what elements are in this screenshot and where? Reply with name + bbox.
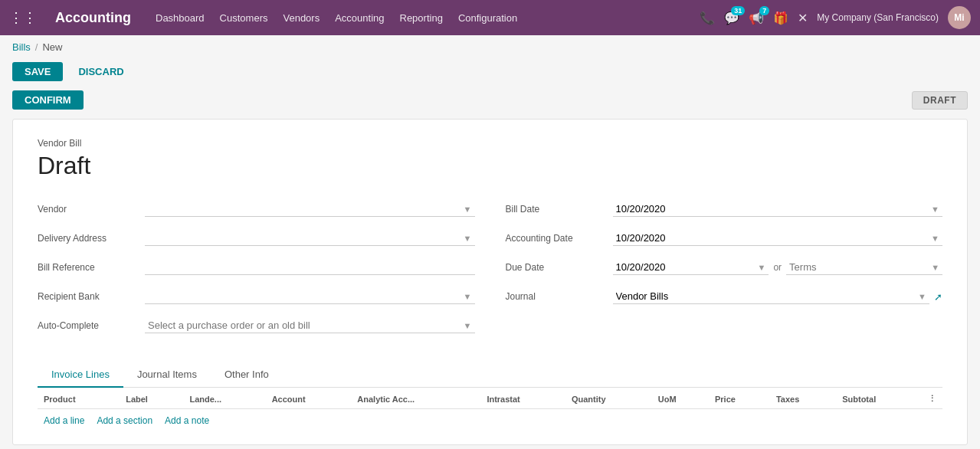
col-intrastat: Intrastat [480,388,565,409]
nav-customers[interactable]: Customers [220,12,268,24]
vendor-label: Vendor [38,204,145,215]
delivery-address-label: Delivery Address [38,233,145,244]
vendor-field-row: Vendor ▼ [38,198,475,220]
top-navigation: ⋮⋮ Accounting Dashboard Customers Vendor… [0,0,980,35]
delivery-address-input[interactable] [145,231,461,245]
bill-reference-label: Bill Reference [38,262,145,273]
terms-input[interactable] [786,260,928,274]
recipient-bank-input[interactable] [145,289,461,303]
col-account: Account [266,388,352,409]
vendor-input-wrap: ▼ [145,202,475,217]
breadcrumb-current: New [42,41,62,53]
bill-reference-input[interactable] [145,260,475,275]
gift-icon[interactable]: 🎁 [773,11,788,25]
bill-date-input[interactable] [613,202,929,216]
confirm-button[interactable]: CONFIRM [12,90,84,110]
auto-complete-field-row: Auto-Complete ▼ [38,315,475,336]
breadcrumb-parent[interactable]: Bills [12,41,31,53]
doc-status-label: Draft [38,152,942,180]
nav-links: Dashboard Customers Vendors Accounting R… [156,12,517,24]
bill-date-label: Bill Date [506,204,613,215]
auto-complete-chevron[interactable]: ▼ [461,321,475,330]
col-label: Label [120,388,183,409]
fields-section: Vendor ▼ Delivery Address ▼ Bill Referen… [38,198,942,344]
nav-dashboard[interactable]: Dashboard [156,12,205,24]
message-badge: 7 [759,6,769,15]
bill-reference-field-row: Bill Reference [38,257,475,278]
company-name[interactable]: My Company (San Francisco) [817,12,939,23]
doc-type-label: Vendor Bill [38,138,942,149]
col-uom: UoM [652,388,709,409]
left-fields: Vendor ▼ Delivery Address ▼ Bill Referen… [38,198,475,344]
terms-chevron[interactable]: ▼ [928,263,942,272]
avatar[interactable]: Mi [948,6,971,29]
toolbar: SAVE DISCARD [0,59,980,87]
nav-vendors[interactable]: Vendors [283,12,320,24]
message-icon[interactable]: 📢 7 [749,11,764,25]
due-date-or-text: or [773,262,782,273]
chat-icon[interactable]: 💬 31 [724,11,739,25]
journal-input[interactable] [613,289,916,303]
nav-reporting[interactable]: Reporting [400,12,443,24]
tabs-section: Invoice Lines Journal Items Other Info [38,362,942,388]
discard-button[interactable]: DISCARD [69,62,133,81]
auto-complete-input-wrap: ▼ [145,318,475,333]
right-fields: Bill Date ▼ Accounting Date ▼ Due Date [506,198,943,344]
recipient-bank-input-wrap: ▼ [145,289,475,304]
col-taxes: Taxes [770,388,836,409]
tab-other-info[interactable]: Other Info [211,362,283,388]
form-card: Vendor Bill Draft Vendor ▼ Delivery Addr… [12,119,968,445]
bill-date-chevron[interactable]: ▼ [928,205,942,214]
grid-icon[interactable]: ⋮⋮ [9,9,37,26]
journal-select-wrap: ▼ [613,289,930,304]
add-line-link[interactable]: Add a line [44,415,84,426]
tab-journal-items[interactable]: Journal Items [123,362,211,388]
journal-label: Journal [506,291,613,302]
delivery-address-chevron[interactable]: ▼ [461,234,475,243]
accounting-date-input-wrap: ▼ [613,231,943,246]
due-date-chevron[interactable]: ▼ [755,263,769,272]
breadcrumb-separator: / [35,41,38,53]
breadcrumb: Bills / New [0,35,980,59]
due-date-input[interactable] [613,260,755,274]
delivery-address-input-wrap: ▼ [145,231,475,246]
phone-icon[interactable]: 📞 [700,11,715,25]
col-subtotal: Subtotal [836,388,922,409]
journal-row: ▼ ➚ [613,289,943,304]
recipient-bank-field-row: Recipient Bank ▼ [38,286,475,307]
recipient-bank-chevron[interactable]: ▼ [461,292,475,301]
col-lande: Lande... [183,388,265,409]
close-icon[interactable]: ✕ [798,11,808,25]
due-date-input-wrap: ▼ [613,260,769,275]
col-options-icon[interactable]: ⋮ [922,388,942,409]
due-date-row: ▼ or ▼ [613,260,943,275]
accounting-date-input[interactable] [613,231,929,245]
col-quantity: Quantity [565,388,652,409]
delivery-address-field-row: Delivery Address ▼ [38,228,475,249]
vendor-input[interactable] [145,202,461,216]
bill-date-input-wrap: ▼ [613,202,943,217]
auto-complete-label: Auto-Complete [38,320,145,331]
journal-external-link-icon[interactable]: ➚ [934,291,942,303]
bill-date-field-row: Bill Date ▼ [506,198,943,220]
add-section-link[interactable]: Add a section [97,415,152,426]
nav-accounting[interactable]: Accounting [335,12,384,24]
chat-badge: 31 [731,6,745,15]
journal-chevron[interactable]: ▼ [915,292,929,301]
vendor-chevron[interactable]: ▼ [461,205,475,214]
col-analytic: Analytic Acc... [351,388,480,409]
tab-invoice-lines[interactable]: Invoice Lines [38,362,123,388]
save-button[interactable]: SAVE [12,62,63,81]
auto-complete-input[interactable] [145,318,461,333]
nav-icons: 📞 💬 31 📢 7 🎁 ✕ My Company (San Francisco… [700,6,971,29]
add-note-link[interactable]: Add a note [165,415,209,426]
add-links: Add a line Add a section Add a note [38,409,942,432]
invoice-lines-table: Product Label Lande... Account Analytic … [38,388,942,432]
col-price: Price [709,388,770,409]
due-date-field-row: Due Date ▼ or ▼ [506,257,943,278]
col-product: Product [38,388,120,409]
app-title: Accounting [55,10,131,26]
nav-configuration[interactable]: Configuration [458,12,517,24]
journal-field-row: Journal ▼ ➚ [506,286,943,307]
accounting-date-chevron[interactable]: ▼ [928,234,942,243]
